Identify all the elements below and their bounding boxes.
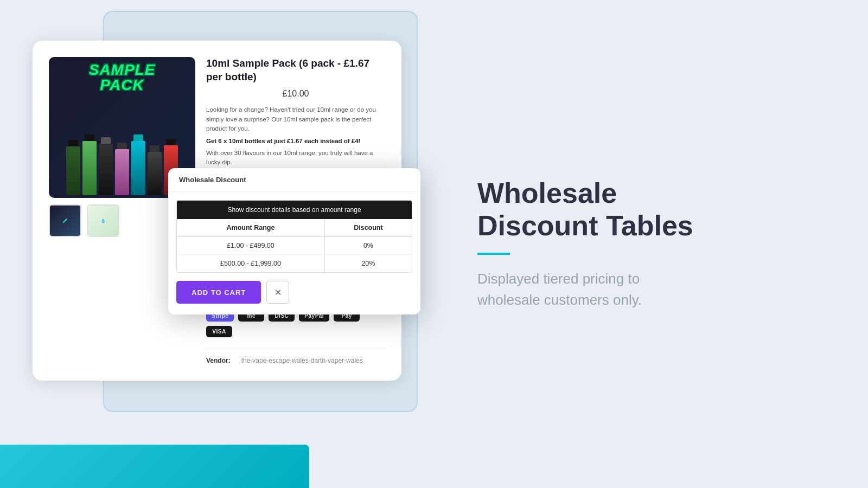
bottle-5 xyxy=(131,134,145,195)
modal-col-range: Amount Range xyxy=(177,219,324,237)
right-title-line1: WholesaleDiscount Tables xyxy=(477,177,693,241)
wholesale-discount-modal: Wholesale Discount Show discount details… xyxy=(168,168,420,314)
right-subtitle: Displayed tiered pricing towholesale cus… xyxy=(477,268,825,311)
bottle-3 xyxy=(99,137,113,195)
bottle-4 xyxy=(115,143,129,195)
visa-icon: VISA xyxy=(206,326,232,337)
bottle-1 xyxy=(66,140,80,195)
modal-actions: ADD TO CART ✕ xyxy=(168,281,420,304)
product-highlight: Get 6 x 10ml bottles at just £1.67 each … xyxy=(206,138,385,144)
modal-range-cell: £1.00 - £499.00 xyxy=(177,237,324,255)
bottom-band xyxy=(0,445,309,488)
modal-col-discount: Discount xyxy=(324,219,412,237)
thumbnail-2[interactable]: 💧 xyxy=(87,204,119,237)
modal-share-icon: ✕ xyxy=(275,287,282,298)
modal-table: Amount Range Discount £1.00 - £499.00 0%… xyxy=(177,219,412,272)
modal-range-cell: £500.00 - £1,999.00 xyxy=(177,255,324,273)
modal-share-button[interactable]: ✕ xyxy=(266,281,289,304)
product-price: £10.00 xyxy=(206,89,385,99)
vendor-label: Vendor: xyxy=(206,357,231,364)
thumbnail-1[interactable]: 🧪 xyxy=(49,204,81,237)
modal-discount-cell: 0% xyxy=(324,237,412,255)
sample-pack-label: SAMPLE PACK xyxy=(54,62,190,93)
modal-title: Wholesale Discount xyxy=(168,168,420,192)
product-description: Looking for a change? Haven't tried our … xyxy=(206,105,385,133)
vendor-row: Vendor: the-vape-escape-wales-darth-vape… xyxy=(206,348,385,364)
product-title: 10ml Sample Pack (6 pack - £1.67 per bot… xyxy=(206,57,385,84)
modal-discount-cell: 20% xyxy=(324,255,412,273)
table-row: £1.00 - £499.00 0% xyxy=(177,237,412,255)
modal-add-to-cart-button[interactable]: ADD TO CART xyxy=(176,281,261,304)
modal-table-header: Show discount details based on amount ra… xyxy=(177,201,412,219)
bottle-6 xyxy=(148,145,162,195)
right-section: WholesaleDiscount Tables Displayed tiere… xyxy=(434,0,868,488)
right-title: WholesaleDiscount Tables xyxy=(477,177,825,242)
right-accent-line xyxy=(477,253,510,255)
modal-table-container: Show discount details based on amount ra… xyxy=(176,200,412,273)
product-description2: With over 30 flavours in our 10ml range,… xyxy=(206,149,385,168)
bottle-2 xyxy=(82,134,97,195)
left-section: SAMPLE PACK xyxy=(0,0,434,488)
table-row: £500.00 - £1,999.00 20% xyxy=(177,255,412,273)
vendor-value: the-vape-escape-wales-darth-vaper-wales xyxy=(241,357,363,364)
